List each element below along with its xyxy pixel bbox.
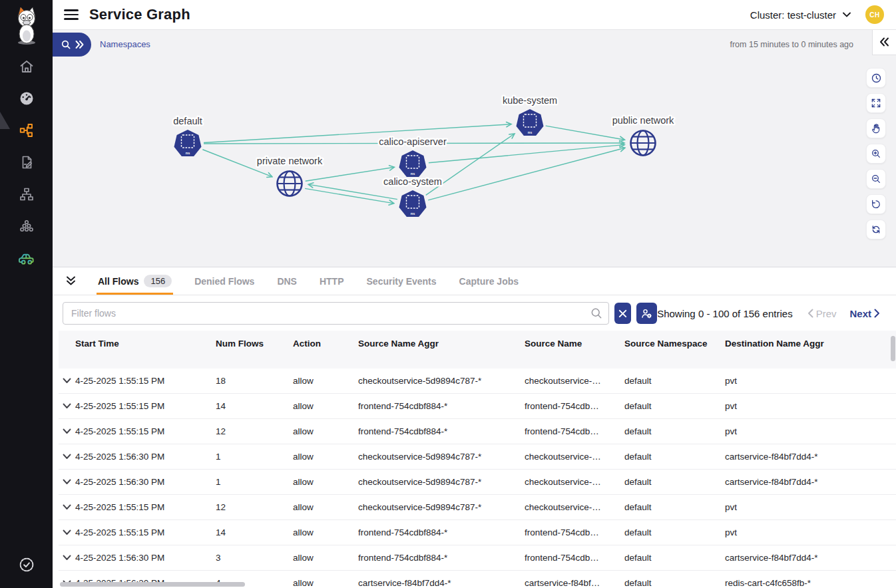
flows-panel: All Flows 156 Denied Flows DNS HTTP Secu… [53, 267, 896, 588]
row-expand-chevron-icon[interactable] [59, 403, 75, 409]
row-expand-chevron-icon[interactable] [59, 454, 75, 460]
hamburger-menu-icon[interactable] [64, 9, 79, 20]
tab-http[interactable]: HTTP [320, 267, 344, 295]
tab-label: HTTP [320, 276, 344, 287]
graph-node-kube-system[interactable]: nskube-system [503, 95, 557, 136]
sidebar-item-network-tree[interactable] [18, 186, 35, 203]
fit-to-screen-button[interactable] [866, 93, 886, 113]
refresh-button[interactable] [866, 220, 886, 239]
row-expand-chevron-icon[interactable] [59, 529, 75, 535]
cell-source-name: cartservice-f84bf… [525, 578, 624, 588]
tab-all-flows[interactable]: All Flows 156 [98, 267, 172, 295]
table-header-row: Start Time Num Flows Action Source Name … [59, 331, 896, 368]
sidebar-item-policies[interactable] [18, 154, 35, 171]
row-expand-chevron-icon[interactable] [59, 428, 75, 434]
cell-action: allow [293, 477, 358, 487]
col-action[interactable]: Action [293, 331, 358, 349]
sidebar-item-dashboard[interactable] [18, 90, 35, 107]
time-range-label: from 15 minutes to 0 minutes ago [730, 40, 853, 49]
customize-columns-button[interactable] [636, 303, 657, 324]
cell-dest-name-aggr: cartservice-f84bf7dd4-* [725, 553, 896, 563]
sidebar-item-vehicle[interactable] [18, 249, 35, 267]
vertical-scrollbar[interactable] [891, 336, 895, 361]
cell-action: allow [293, 452, 358, 462]
graph-node-public-network[interactable]: public network [612, 115, 674, 156]
tab-label: DNS [277, 276, 297, 287]
home-icon [19, 59, 35, 74]
cell-dest-name-aggr: pvt [725, 376, 896, 386]
graph-search-pill[interactable] [53, 33, 91, 57]
avatar[interactable]: CH [865, 5, 884, 24]
flows-table-body: 4-25-2025 1:55:15 PM18allowcheckoutservi… [59, 368, 896, 588]
zoom-in-button[interactable] [866, 144, 886, 164]
tab-denied-flows[interactable]: Denied Flows [194, 267, 254, 295]
tab-security-events[interactable]: Security Events [367, 267, 437, 295]
clear-filter-button[interactable] [614, 303, 631, 324]
cell-dest-name-aggr: cartservice-f84bf7dd4-* [725, 452, 896, 462]
prev-page-button[interactable]: Prev [807, 308, 837, 319]
chevron-down-icon [843, 12, 851, 17]
next-page-button[interactable]: Next [849, 308, 880, 319]
graph-canvas[interactable]: nsdefaultprivate networknscalico-apiserv… [53, 29, 896, 267]
table-row[interactable]: 4-25-2025 1:55:15 PM12allowcheckoutservi… [59, 495, 896, 520]
sidebar-item-home[interactable] [18, 58, 35, 75]
cell-action: allow [293, 426, 358, 436]
cell-source-name-aggr: frontend-754cdbf884-* [358, 553, 525, 563]
row-expand-chevron-icon[interactable] [59, 479, 75, 485]
tab-label: Security Events [367, 276, 437, 287]
sidebar-item-compliance[interactable] [18, 556, 35, 573]
cell-num-flows: 18 [216, 376, 293, 386]
breadcrumb[interactable]: Namespaces [100, 33, 150, 57]
table-row[interactable]: 4-25-2025 1:55:15 PM18allowcheckoutservi… [59, 368, 896, 394]
cell-source-name: frontend-754cdb… [525, 426, 624, 436]
col-dest-name-aggr[interactable]: Destination Name Aggr [725, 331, 896, 349]
graph-node-label: calico-apiserver [379, 136, 447, 147]
cell-source-name: checkoutservice-… [525, 376, 624, 386]
hand-pan-icon [871, 123, 881, 134]
cell-source-namespace: default [624, 527, 725, 537]
cell-num-flows: 14 [216, 401, 293, 411]
car-icon [18, 250, 35, 266]
graph-node-default[interactable]: nsdefault [173, 116, 202, 156]
table-row[interactable]: 4-25-2025 1:55:15 PM14allowfrontend-754c… [59, 520, 896, 545]
cluster-selector[interactable]: Cluster: test-cluster [750, 9, 851, 21]
tab-capture-jobs[interactable]: Capture Jobs [459, 267, 519, 295]
left-sidebar [0, 0, 53, 588]
row-expand-chevron-icon[interactable] [59, 555, 75, 561]
clock-icon [871, 73, 882, 84]
col-source-namespace[interactable]: Source Namespace [624, 331, 725, 349]
zoom-out-button[interactable] [866, 169, 886, 189]
graph-toolbar [866, 68, 886, 239]
sidebar-item-endpoints[interactable] [18, 218, 35, 235]
collapse-flows-panel-button[interactable] [63, 274, 78, 289]
horizontal-scrollbar[interactable] [60, 582, 245, 587]
tab-label: Capture Jobs [459, 276, 519, 287]
next-label: Next [849, 308, 871, 319]
table-row[interactable]: 4-25-2025 1:56:30 PM3allowfrontend-754cd… [59, 545, 896, 571]
table-row[interactable]: 4-25-2025 1:55:15 PM12allowfrontend-754c… [59, 419, 896, 444]
graph-node-calico-apiserver[interactable]: nscalico-apiserver [379, 136, 447, 177]
flows-tabbar: All Flows 156 Denied Flows DNS HTTP Secu… [53, 267, 896, 295]
reset-view-button[interactable] [866, 194, 886, 214]
graph-node-label: calico-system [383, 176, 442, 187]
graph-node-calico-system[interactable]: nscalico-system [383, 176, 442, 217]
cell-dest-name-aggr: pvt [725, 502, 896, 512]
tab-label: Denied Flows [194, 276, 254, 287]
filter-flows-input[interactable] [63, 302, 609, 325]
table-row[interactable]: 4-25-2025 1:55:15 PM14allowfrontend-754c… [59, 394, 896, 419]
sidebar-item-service-graph[interactable] [18, 122, 35, 139]
table-row[interactable]: 4-25-2025 1:56:30 PM1allowcheckoutservic… [59, 470, 896, 495]
collapse-right-panel-button[interactable] [872, 29, 896, 55]
time-settings-button[interactable] [866, 68, 886, 88]
table-row[interactable]: 4-25-2025 1:56:30 PM1allowcheckoutservic… [59, 444, 896, 470]
pan-button[interactable] [866, 118, 886, 138]
row-expand-chevron-icon[interactable] [59, 378, 75, 384]
col-num-flows[interactable]: Num Flows [216, 331, 293, 349]
col-start-time[interactable]: Start Time [75, 331, 216, 349]
col-source-name-aggr[interactable]: Source Name Aggr [358, 331, 525, 349]
tab-dns[interactable]: DNS [277, 267, 297, 295]
flows-table: Start Time Num Flows Action Source Name … [59, 331, 896, 588]
cell-start-time: 4-25-2025 1:55:15 PM [75, 502, 216, 512]
row-expand-chevron-icon[interactable] [59, 504, 75, 510]
col-source-name[interactable]: Source Name [525, 331, 624, 349]
